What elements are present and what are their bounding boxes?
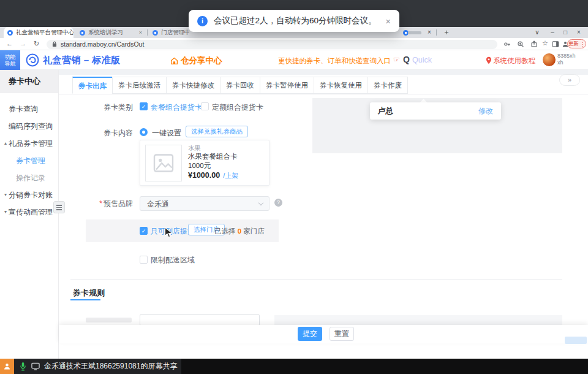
pickup-only-checkbox[interactable]: ✓ [140,227,148,235]
quick-search-q-icon[interactable]: Q [403,55,410,64]
window-maximize-button[interactable]: □ [561,28,570,37]
fixed-amount-option-label[interactable]: 定额组合提货卡 [212,102,263,113]
share-icon[interactable] [530,40,538,48]
tab-card-recycle[interactable]: 券卡回收 [220,77,260,94]
sidebar-item-label: 分销券卡对账 [9,186,53,204]
lock-icon [52,41,57,47]
zoom-icon[interactable] [517,40,524,48]
quick-search-label[interactable]: Quick [412,56,432,64]
browser-tab-training[interactable]: 系统培训学习 × [76,27,146,38]
sidebar-item-card-management[interactable]: 券卡管理 [0,152,58,169]
caret-up-icon: ▴ [4,135,7,152]
sidebar-group-promo-animation[interactable]: ▾宣传动画管理 [0,204,58,221]
sidebar-item-operation-log[interactable]: 操作记录 [0,169,58,186]
selected-suffix: 家门店 [243,227,265,235]
tutorial-link[interactable]: 系统使用教程 [493,56,535,66]
sidebar-drawer-handle[interactable] [53,201,65,213]
more-menu-icon: ⋮ [580,41,586,47]
toast-close-icon[interactable]: × [385,16,391,26]
tab-label: 券卡恢复使用 [320,82,362,89]
screen: 礼盒营销平台管理中心 × 系统培训学习 × 门店管理中心 × + ∨ – □ ×… [0,0,588,374]
contact-popup: 卢总 修改 [370,102,501,120]
product-image-placeholder [145,145,182,181]
product-tag: 水果 [188,144,238,152]
window-close-button[interactable]: × [575,28,583,37]
tab-card-outbound[interactable]: 券卡出库 [72,77,113,94]
brand-select[interactable]: 金禾通 [140,196,270,211]
sidebar-item-code-sequence-query[interactable]: 编码序列查询 [0,118,58,135]
product-price: ¥1000.00/上架 [188,170,238,181]
required-mark: * [99,199,102,208]
browser-tab-partial[interactable] [399,27,425,38]
reset-button[interactable]: 重置 [330,327,354,341]
user-name: 8385xh xh [557,53,576,66]
one-click-radio[interactable] [140,128,148,136]
help-icon[interactable]: ? [274,199,282,207]
set-meal-option-label[interactable]: 套餐组合提货卡 [151,102,202,113]
fixed-amount-checkbox[interactable] [201,102,209,110]
caret-down-icon: ▾ [4,204,7,221]
sidebar-group-distribution-reconciliation[interactable]: ▾分销券卡对账 [0,186,58,204]
card-category-label: 券卡类别 [83,102,133,113]
collapse-panel-button[interactable]: » [559,74,580,86]
tab-card-later-activate[interactable]: 券卡后续激活 [112,77,167,94]
bookmark-star-icon[interactable]: ☆ [542,39,548,47]
sidebar-title: 券卡中心 [0,70,58,93]
update-label: 更新 [568,40,579,48]
choose-goods-button[interactable]: 选择兑换礼券商品 [186,126,248,137]
tab-favicon [7,30,13,36]
workspace-tabbar: 券卡出库 券卡后续激活 券卡快捷修改 券卡回收 券卡暂停使用 券卡恢复使用 券卡… [59,77,588,94]
window-minimize-button[interactable]: – [548,28,557,37]
quick-entry-text[interactable]: 更快捷的券卡、订单和快递查询入口 [278,56,391,66]
toast-message: 会议已超过2人，自动转为60分钟限时会议。 [214,15,377,26]
caret-down-icon: ▾ [4,186,7,204]
sidebar-item-card-query[interactable]: 券卡查询 [0,101,58,118]
cutoff-input-field[interactable] [140,314,260,326]
limit-delivery-label[interactable]: 限制配送区域 [151,255,195,265]
brand-label-text: 预售品牌 [104,199,133,208]
check-icon: ✓ [141,104,146,110]
user-avatar[interactable] [543,53,556,66]
back-icon[interactable]: ← [6,40,13,47]
tab-close-icon[interactable]: × [425,28,434,37]
one-click-setting-label[interactable]: 一键设置 [152,128,181,139]
mouse-cursor [164,227,173,238]
reload-icon[interactable]: ↻ [34,40,39,48]
url-text: standard.maboy.cn/CardsOut [61,40,144,48]
tab-close-icon[interactable]: × [139,29,142,36]
nav-toggle-line1: 功能 [0,54,20,61]
browser-tab-title: 礼盒营销平台管理中心 [16,29,74,37]
browser-toolbar: ← → ↻ standard.maboy.cn/CardsOut ☆ 更新 ⋮ [0,38,588,50]
browser-tab-store-admin[interactable]: 门店管理中心 [149,27,189,38]
brand-select-value: 金禾通 [147,199,169,210]
side-panel-icon[interactable] [552,40,559,48]
app-header: 功能 导航 礼盒营销 – 标准版 仓分享中心 更快捷的券卡、订单和快递查询入口 … [0,50,588,70]
nav-toggle-line2: 导航 [0,61,20,67]
submit-button[interactable]: 提交 [298,327,322,341]
sidebar-group-gift-card-mgmt[interactable]: ▴礼品券卡管理 [0,135,58,152]
function-nav-toggle[interactable]: 功能 导航 [0,50,20,70]
tab-card-quick-edit[interactable]: 券卡快捷修改 [166,77,221,94]
chrome-update-button[interactable]: 更新 ⋮ [567,39,586,48]
set-meal-checkbox[interactable]: ✓ [140,102,148,110]
image-placeholder-icon [153,152,175,174]
tab-card-void[interactable]: 券卡作废 [368,77,408,94]
address-bar[interactable]: standard.maboy.cn/CardsOut [47,40,497,49]
tab-card-resume[interactable]: 券卡恢复使用 [314,77,368,94]
modify-link[interactable]: 修改 [478,106,493,116]
section-active-indicator [70,299,100,300]
chevron-down-icon [258,200,263,205]
forward-icon[interactable]: → [20,40,26,47]
tab-label: 券卡快捷修改 [172,82,214,89]
browser-tab-gift-admin[interactable]: 礼盒营销平台管理中心 × [4,27,74,38]
product-status-link[interactable]: /上架 [223,172,238,179]
tab-search-icon[interactable]: ∨ [533,28,541,37]
key-icon[interactable] [503,40,511,48]
tab-card-suspend[interactable]: 券卡暂停使用 [260,77,314,94]
share-center-link[interactable]: 仓分享中心 [170,55,222,66]
new-tab-button[interactable]: + [442,28,451,37]
user-name-main: 8385xh [557,53,576,59]
form-footer: 提交 重置 [59,325,588,343]
limit-delivery-checkbox[interactable] [140,256,148,264]
pointing-hand-icon: ☞ [393,55,400,64]
